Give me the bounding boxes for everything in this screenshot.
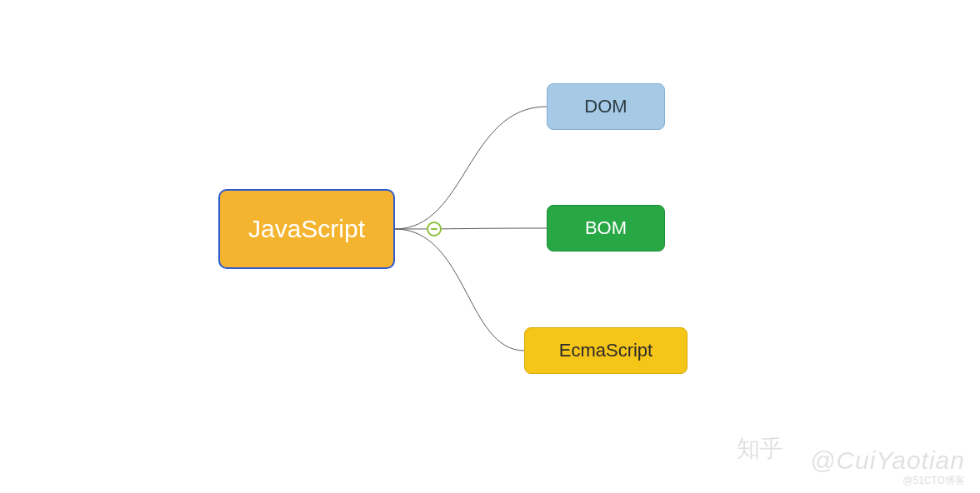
root-node-javascript[interactable]: JavaScript bbox=[218, 189, 395, 269]
collapse-toggle[interactable] bbox=[427, 222, 442, 237]
diagram-canvas: JavaScript DOMBOMEcmaScript 知乎 @CuiYaoti… bbox=[0, 0, 980, 493]
child-node-dom[interactable]: DOM bbox=[547, 83, 665, 130]
child-node-label: DOM bbox=[584, 96, 627, 117]
connector-line bbox=[395, 228, 547, 229]
connector-line bbox=[395, 229, 524, 351]
root-node-label: JavaScript bbox=[248, 215, 365, 243]
watermark-zhihu: 知乎 bbox=[737, 433, 783, 465]
child-node-label: EcmaScript bbox=[559, 340, 652, 361]
watermark-source: @51CTO博客 bbox=[902, 474, 965, 488]
child-node-ecma[interactable]: EcmaScript bbox=[524, 327, 688, 374]
minus-icon bbox=[431, 228, 438, 230]
connector-line bbox=[395, 107, 547, 229]
connector-layer bbox=[0, 0, 980, 493]
watermark-author: @CuiYaotian bbox=[810, 446, 965, 475]
child-node-label: BOM bbox=[585, 217, 627, 239]
child-node-bom[interactable]: BOM bbox=[547, 205, 665, 251]
